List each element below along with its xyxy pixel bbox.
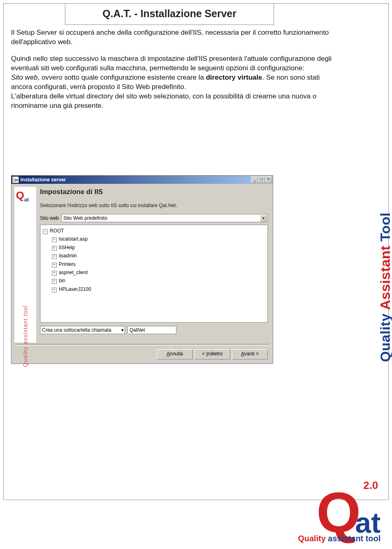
tree-item-label: Printers [59,261,76,267]
tree-item[interactable]: +aspnet_client [52,268,265,277]
footer-big-logo: Qat [298,490,381,535]
tree-item[interactable]: +localstart.asp [52,235,265,243]
tree-item-label: iisadmin [59,253,77,259]
tree-item-label: IISHelp [59,245,75,250]
paragraph-2a: Quindi nello step successivo la maschera… [11,55,332,72]
paragraph-2: Quindi nello step successivo la maschera… [11,54,335,111]
window-buttons: _ □ × [251,176,272,183]
chevron-down-icon: ▾ [121,327,124,333]
tree-item[interactable]: +IISHelp [52,243,265,252]
close-button[interactable]: × [265,176,272,183]
tree-expand-icon[interactable]: + [52,254,57,259]
tree-item-label: aspnet_client [59,270,88,275]
paragraph-2b-bold: directory virtuale [206,74,262,81]
vertical-brand-label: Quality Assistant Tool [377,212,392,362]
tree-item-label: localstart.asp [59,236,88,242]
subfolder-input[interactable]: QatNet [127,326,176,334]
app-icon: Qat [12,176,19,183]
maximize-button[interactable]: □ [258,176,265,183]
window-title: Installazione server [20,177,66,183]
paragraph-2b-rest: , ovvero sotto quale configurazione esis… [38,74,206,81]
tree-expand-icon[interactable]: + [52,237,57,242]
banner-logo: Qat [16,189,29,203]
page-frame: Q.A.T. - Installazione Server Il Setup S… [3,3,389,500]
page-title-box: Q.A.T. - Installazione Server [65,3,274,25]
minimize-button[interactable]: _ [251,176,258,183]
footer-sub-rest: assistant tool [326,534,381,543]
tree-item-label: bin [59,278,65,283]
iis-tree[interactable]: −ROOT +localstart.asp+IISHelp+iisadmin+P… [40,225,268,323]
tree-item-label: HPLaserJ2100 [59,286,91,292]
brand-quality: Quality [377,310,392,362]
next-button[interactable]: Avanti > [232,349,268,359]
tree-item[interactable]: +Printers [52,260,265,268]
wizard-step-desc: Selezionare l'indirizzo web sotto IIS so… [40,203,268,208]
site-combobox[interactable]: Sito Web predefinito ▾ [61,214,268,222]
tree-item[interactable]: +bin [52,277,265,285]
body-text: Il Setup Server si occuperà anche della … [11,28,335,118]
brand-tool: Tool [377,212,392,241]
footer-subtitle: Quality assistant tool [298,534,381,543]
site-selected-value: Sito Web predefinito [63,215,107,221]
installer-window: Qat Installazione server _ □ × Qat Quali… [11,175,273,364]
tree-item[interactable]: +iisadmin [52,252,265,260]
footer-logo: 2.0 Qat Quality assistant tool [298,479,381,543]
tree-expand-icon[interactable]: + [52,271,57,276]
tree-root-label: ROOT [50,228,64,234]
tree-root[interactable]: −ROOT [43,227,265,235]
separator [15,344,270,346]
page-title: Q.A.T. - Installazione Server [65,8,274,20]
subfolder-label: Crea una sottocartella chiamata [42,327,111,333]
paragraph-1: Il Setup Server si occuperà anche della … [11,28,335,47]
subfolder-combobox[interactable]: Crea una sottocartella chiamata ▾ [40,326,125,334]
subfolder-value: QatNet [129,327,145,333]
footer-sub-quality: Quality [298,534,326,543]
site-label: Sito web [40,215,59,221]
paragraph-2b-italic: Sito web [11,74,38,81]
tree-expand-icon[interactable]: + [52,246,57,251]
tree-expand-icon[interactable]: + [52,263,57,268]
paragraph-3: L'alberatura delle virtual directory del… [11,92,316,109]
banner-vertical-text: Quality assistant tool [22,305,29,367]
tree-expand-icon[interactable]: + [52,279,57,284]
tree-collapse-icon[interactable]: − [43,229,48,234]
cancel-button[interactable]: Annulla [157,349,193,359]
footer: 2.0 Qat Quality assistant tool [0,471,392,549]
back-button[interactable]: < Indietro [194,349,230,359]
wizard-step-title: Impostazione di IIS [40,188,268,196]
tree-expand-icon[interactable]: + [52,288,57,292]
brand-assistant: Assistant [377,241,392,310]
chevron-down-icon: ▾ [260,215,267,221]
wizard-left-banner: Qat Quality assistant tool [14,186,37,343]
window-titlebar: Qat Installazione server _ □ × [11,176,273,184]
tree-item[interactable]: +HPLaserJ2100 [52,285,265,293]
